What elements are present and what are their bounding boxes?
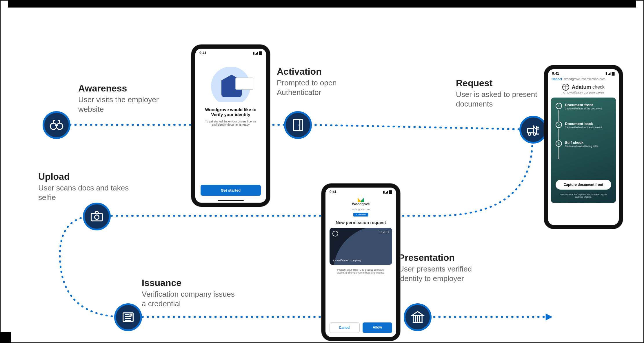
bank-icon	[410, 310, 425, 325]
top-black-bar	[8, 1, 636, 8]
phone-awareness: 9:41 ▮◢ ▇ Woodgrove would like to Verify…	[191, 45, 270, 207]
browser-url-bar: Cancel woodgrove.idverification.com	[548, 77, 619, 82]
capture-step-2: 2 Document back Capture the back of the …	[556, 122, 611, 129]
capture-steps-panel: 1 Document front Capture the front of th…	[551, 98, 616, 203]
phone-status-bar: 9:41 ▮◢ ▇	[548, 69, 619, 77]
verify-instruction: To get started, have your drivers licens…	[195, 117, 266, 126]
brand-name: Adatum	[572, 84, 591, 90]
issuance-node	[114, 303, 142, 331]
step-desc: User is asked to present documents	[456, 90, 554, 109]
step-sub: Capture a forward-facing selfie	[565, 145, 598, 148]
request-node	[519, 116, 547, 144]
verified-badge: ✓ Verified	[353, 213, 368, 217]
step-desc: User visits the employer website	[78, 95, 177, 114]
brand-tagline: An ID Verification Company service	[548, 91, 619, 94]
card-issuer: ID Verification Company	[333, 259, 361, 262]
capture-step-1: 1 Document front Capture the front of th…	[556, 103, 611, 110]
step-number-icon: 3	[556, 140, 562, 147]
activation-node	[284, 111, 312, 139]
svg-point-5	[50, 123, 57, 130]
step-title: Activation	[277, 66, 375, 77]
allow-button[interactable]: Allow	[363, 322, 392, 333]
company-domain: woodgove.com	[352, 208, 370, 211]
bottom-left-black-nub	[1, 332, 11, 342]
svg-line-1	[310, 125, 519, 129]
step-title: Upload	[38, 171, 137, 182]
step-desc: Verification company issues a credential	[142, 289, 240, 308]
capture-fineprint: Double check that captures are complete,…	[551, 193, 616, 198]
step-presentation: Presentation User presents verified iden…	[399, 252, 497, 283]
woodgrove-logo-icon	[358, 197, 364, 202]
phone-status-bar: 9:41 ▮◢ ▇	[195, 49, 266, 56]
phone-request: 9:41 ▮◢ ▇ Cancel woodgrove.idverificatio…	[544, 65, 623, 229]
binoculars-icon	[49, 118, 64, 133]
step-title: Issuance	[142, 278, 240, 288]
svg-point-9	[528, 133, 531, 135]
svg-point-6	[57, 123, 63, 130]
phone-status-bar: 9:41 ▮◢ ▇	[325, 188, 396, 195]
status-indicator-icons: ▮◢ ▇	[383, 190, 392, 194]
woodgrove-brand: Woodgove woodgove.com ✓ Verified	[325, 197, 396, 217]
step-activation: Activation Prompted to open Authenticato…	[277, 66, 375, 97]
svg-point-10	[533, 133, 536, 135]
svg-rect-8	[528, 129, 534, 133]
step-desc: User scans docs and takes selfie	[38, 183, 137, 202]
step-awareness: Awareness User visits the employer websi…	[78, 83, 177, 114]
cancel-link[interactable]: Cancel	[552, 77, 562, 81]
diagram-stage: Awareness User visits the employer websi…	[0, 0, 644, 343]
step-number-icon: 1	[556, 103, 562, 109]
capture-step-3: 3 Self check Capture a forward-facing se…	[556, 140, 611, 148]
svg-point-12	[94, 215, 99, 219]
camera-icon	[89, 209, 104, 224]
upload-node	[83, 203, 111, 230]
step-upload: Upload User scans docs and takes selfie	[38, 171, 137, 202]
globe-icon	[332, 231, 338, 236]
company-name: Woodgove	[325, 202, 396, 206]
step-desc: Prompted to open Authenticator	[277, 78, 375, 97]
step-title: Awareness	[78, 83, 177, 94]
step-title: Presentation	[399, 252, 497, 263]
svg-rect-7	[294, 120, 302, 131]
svg-marker-4	[546, 313, 553, 320]
home-indicator	[218, 200, 244, 201]
capture-front-button[interactable]: Capture document front	[556, 180, 611, 190]
step-issuance: Issuance Verification company issues a c…	[142, 278, 240, 308]
get-started-button[interactable]: Get started	[201, 185, 261, 196]
adatum-header: Adatum check An ID Verification Company …	[548, 82, 619, 95]
identity-illustration	[208, 67, 254, 102]
step-heading: Document front	[565, 103, 602, 107]
status-indicator-icons: ▮◢ ▇	[253, 51, 262, 55]
forklift-icon	[526, 122, 541, 137]
status-indicator-icons: ▮◢ ▇	[605, 71, 615, 76]
step-desc: User presents verified identity to emplo…	[399, 264, 497, 283]
page-url: woodgrove.idverification.com	[564, 77, 605, 81]
permission-description: Present your True ID to access company a…	[325, 265, 396, 274]
step-sub: Capture the back of the document	[565, 126, 602, 129]
door-icon	[290, 118, 305, 133]
step-request: Request User is asked to present documen…	[456, 78, 554, 109]
credential-card: True ID ID Verification Company	[330, 228, 392, 265]
step-heading: Document back	[565, 122, 602, 126]
permission-request-title: New permission request	[325, 220, 396, 225]
step-number-icon: 2	[556, 122, 562, 128]
verify-headline: Woodgrove would like to Verify your iden…	[195, 107, 266, 117]
cancel-button[interactable]: Cancel	[330, 322, 360, 333]
card-type: True ID	[379, 231, 389, 234]
status-time: 9:41	[330, 190, 336, 194]
globe-icon	[562, 84, 569, 91]
newspaper-icon	[121, 310, 136, 325]
step-heading: Self check	[565, 140, 598, 145]
phone-presentation: 9:41 ▮◢ ▇ Woodgove woodgove.com ✓ Verifi…	[321, 184, 400, 341]
status-time: 9:41	[199, 51, 206, 55]
brand-suffix: check	[592, 85, 605, 89]
step-title: Request	[456, 78, 554, 89]
presentation-node	[404, 303, 432, 331]
status-time: 9:41	[552, 71, 559, 76]
awareness-node	[43, 111, 70, 139]
step-sub: Capture the front of the document	[565, 107, 602, 110]
